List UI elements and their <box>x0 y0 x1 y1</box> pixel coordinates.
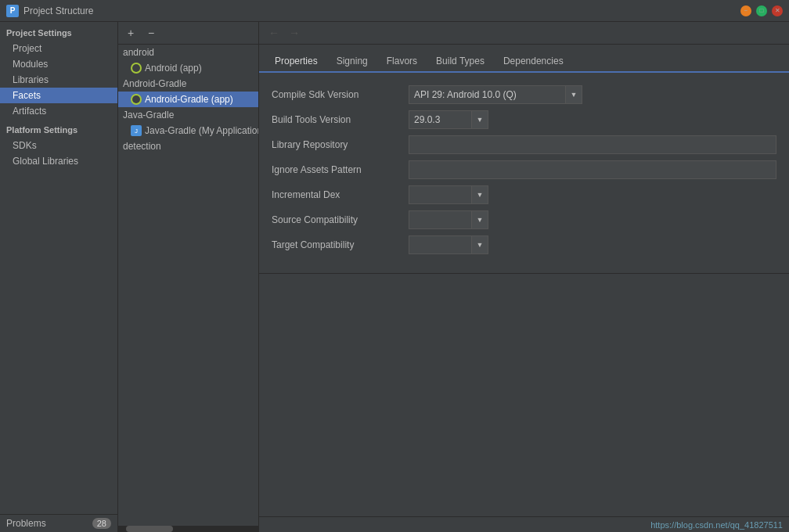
tree-toolbar: + − <box>118 22 258 45</box>
sidebar-item-modules[interactable]: Modules <box>0 56 117 72</box>
ignore-assets-pattern-control <box>409 160 776 179</box>
target-compatibility-combo: ▼ <box>409 235 488 254</box>
title-bar-text: Project Structure <box>23 5 93 16</box>
build-tools-version-label: Build Tools Version <box>272 114 409 125</box>
scrollbar-area[interactable] <box>118 526 258 532</box>
minimize-button[interactable]: − <box>740 5 751 16</box>
android-icon <box>131 63 142 74</box>
title-bar: P Project Structure − □ ✕ <box>0 0 789 22</box>
forward-button[interactable]: → <box>286 25 303 41</box>
tree-item-label: Android-Gradle <box>123 78 186 89</box>
properties-form: Compile Sdk Version ▼ Build Tools Versio… <box>259 73 789 267</box>
source-compatibility-row: Source Compatibility ▼ <box>272 207 776 232</box>
build-tools-input[interactable] <box>409 110 471 129</box>
compile-sdk-version-row: Compile Sdk Version ▼ <box>272 82 776 107</box>
android-icon-active <box>131 94 142 105</box>
build-tools-version-control: ▼ <box>409 110 776 129</box>
incremental-dex-combo: ▼ <box>409 185 488 204</box>
tab-properties[interactable]: Properties <box>265 51 327 73</box>
source-compatibility-label: Source Compatibility <box>272 214 409 225</box>
app-icon: P <box>6 5 19 17</box>
incremental-dex-input[interactable] <box>409 185 471 204</box>
compile-sdk-input[interactable] <box>409 85 565 104</box>
compile-sdk-version-control: ▼ <box>409 85 776 104</box>
build-tools-version-row: Build Tools Version ▼ <box>272 107 776 132</box>
target-compatibility-control: ▼ <box>409 235 776 254</box>
target-compatibility-label: Target Compatibility <box>272 239 409 250</box>
window-controls: − □ ✕ <box>740 5 783 16</box>
problems-count-badge: 28 <box>92 518 111 529</box>
main-layout: Project Settings Project Modules Librari… <box>0 22 789 532</box>
problems-bar[interactable]: Problems 28 <box>0 514 117 532</box>
library-repository-input[interactable] <box>409 135 776 154</box>
tab-build-types[interactable]: Build Types <box>427 51 494 73</box>
build-tools-combo: ▼ <box>409 110 488 129</box>
tree-item-java-gradle[interactable]: Java-Gradle <box>118 107 258 123</box>
tree-item-detection[interactable]: detection <box>118 138 258 154</box>
empty-content-area <box>259 273 789 516</box>
problems-label: Problems <box>6 518 46 529</box>
tree-item-android-gradle[interactable]: Android-Gradle <box>118 76 258 92</box>
incremental-dex-label: Incremental Dex <box>272 189 409 200</box>
sidebar-item-libraries[interactable]: Libraries <box>0 72 117 88</box>
tree-item-label: Android (app) <box>145 63 202 74</box>
source-compatibility-combo: ▼ <box>409 210 488 229</box>
status-url: https://blog.csdn.net/qq_41827511 <box>650 520 783 530</box>
library-repository-control <box>409 135 776 154</box>
add-button[interactable]: + <box>123 25 139 41</box>
ignore-assets-pattern-input[interactable] <box>409 160 776 179</box>
sidebar: Project Settings Project Modules Librari… <box>0 22 118 532</box>
incremental-dex-row: Incremental Dex ▼ <box>272 182 776 207</box>
tree-item-android-app[interactable]: Android (app) <box>118 60 258 76</box>
build-tools-dropdown-btn[interactable]: ▼ <box>471 110 488 129</box>
sidebar-item-facets[interactable]: Facets <box>0 88 117 103</box>
maximize-button[interactable]: □ <box>756 5 767 16</box>
sidebar-item-sdks[interactable]: SDKs <box>0 138 117 153</box>
tabs-bar: Properties Signing Flavors Build Types D… <box>259 45 789 73</box>
compile-sdk-version-label: Compile Sdk Version <box>272 89 409 100</box>
status-bar: https://blog.csdn.net/qq_41827511 <box>259 516 789 532</box>
tab-signing[interactable]: Signing <box>327 51 377 73</box>
compile-sdk-dropdown-btn[interactable]: ▼ <box>565 85 582 104</box>
incremental-dex-control: ▼ <box>409 185 776 204</box>
library-repository-label: Library Repository <box>272 139 409 150</box>
target-compatibility-input[interactable] <box>409 235 471 254</box>
tree-item-label: Java-Gradle (My Application) <box>145 125 258 136</box>
tab-dependencies[interactable]: Dependencies <box>494 51 573 73</box>
tree-item-android-gradle-app[interactable]: Android-Gradle (app) <box>118 92 258 107</box>
platform-settings-heading: Platform Settings <box>0 119 117 138</box>
tree-item-label: Android-Gradle (app) <box>145 94 233 105</box>
remove-button[interactable]: − <box>143 25 159 41</box>
middle-panel: + − android Android (app) Android-Gradle… <box>118 22 259 532</box>
scrollbar-thumb[interactable] <box>126 526 173 532</box>
back-button[interactable]: ← <box>265 25 283 41</box>
java-icon: J <box>131 125 142 136</box>
tab-flavors[interactable]: Flavors <box>377 51 427 73</box>
right-panel: ← → Properties Signing Flavors Build Typ… <box>259 22 789 532</box>
tree-item-java-gradle-myapp[interactable]: J Java-Gradle (My Application) <box>118 123 258 138</box>
close-button[interactable]: ✕ <box>772 5 783 16</box>
tree-item-label: detection <box>123 141 161 152</box>
sidebar-item-project[interactable]: Project <box>0 41 117 56</box>
target-compatibility-dropdown-btn[interactable]: ▼ <box>471 235 488 254</box>
compile-sdk-combo: ▼ <box>409 85 582 104</box>
tree-item-android[interactable]: android <box>118 45 258 60</box>
ignore-assets-pattern-label: Ignore Assets Pattern <box>272 164 409 175</box>
tree-item-label: android <box>123 47 154 58</box>
project-settings-heading: Project Settings <box>0 22 117 41</box>
source-compatibility-control: ▼ <box>409 210 776 229</box>
incremental-dex-dropdown-btn[interactable]: ▼ <box>471 185 488 204</box>
source-compatibility-input[interactable] <box>409 210 471 229</box>
source-compatibility-dropdown-btn[interactable]: ▼ <box>471 210 488 229</box>
library-repository-row: Library Repository <box>272 132 776 157</box>
nav-buttons: ← → <box>265 25 303 41</box>
target-compatibility-row: Target Compatibility ▼ <box>272 232 776 257</box>
sidebar-item-global-libraries[interactable]: Global Libraries <box>0 153 117 169</box>
tree-item-label: Java-Gradle <box>123 110 174 120</box>
sidebar-item-artifacts[interactable]: Artifacts <box>0 103 117 119</box>
ignore-assets-pattern-row: Ignore Assets Pattern <box>272 157 776 182</box>
